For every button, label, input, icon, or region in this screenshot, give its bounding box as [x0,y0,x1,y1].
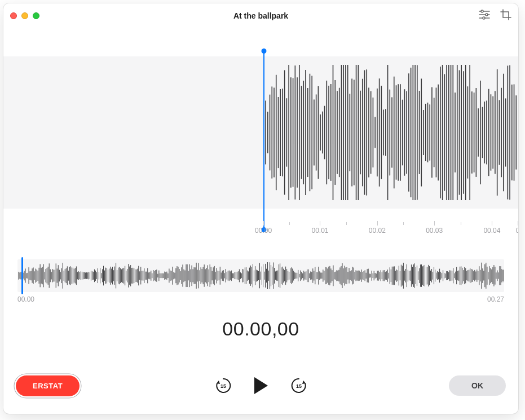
overview-waveform[interactable] [17,259,504,292]
time-tick-label: 0 [516,227,518,235]
overview-playhead[interactable] [21,257,23,294]
window-maximize-button[interactable] [33,12,39,19]
time-tick-label: 00.00 [255,227,272,235]
overview-end-time: 00.27 [487,295,504,303]
skip-back-15-button[interactable]: 15 [214,377,232,395]
time-tick [518,221,518,226]
time-ruler: 00.0000.0100.0200.0300.040 [3,220,518,237]
main-waveform-area[interactable] [3,51,518,220]
time-tick [263,221,264,226]
time-tick-label: 00.03 [426,227,443,235]
time-tick-label: 00.01 [311,227,328,235]
time-tick [492,221,492,226]
time-tick [346,222,347,225]
current-time-display: 00.00,00 [3,318,518,340]
time-tick [320,221,320,226]
time-tick [434,221,435,226]
window-minimize-button[interactable] [21,12,28,19]
svg-point-5 [483,17,485,19]
time-tick-label: 00.02 [369,227,386,235]
done-ok-button[interactable]: OK [449,375,506,396]
play-icon [253,376,270,395]
window-traffic-lights [10,12,39,19]
time-tick [289,222,290,225]
svg-point-3 [481,10,483,12]
play-button[interactable] [253,376,270,395]
svg-point-4 [486,14,488,16]
time-tick-label: 00.04 [483,227,500,235]
trim-crop-icon[interactable] [500,9,511,23]
window-titlebar: At the ballpark [3,3,518,28]
record-replace-button[interactable]: ERSTAT [16,375,80,396]
skip-fwd-seconds-label: 15 [295,383,301,389]
skip-forward-15-button[interactable]: 15 [290,377,308,395]
window-title: At the ballpark [3,11,518,20]
main-waveform[interactable] [3,56,518,209]
time-tick [377,221,378,226]
main-playhead[interactable] [263,51,264,230]
overview-start-time: 00.00 [17,295,34,303]
voice-memo-editor-window: At the ballpark [3,3,518,414]
time-tick [461,222,461,225]
playback-controls: ERSTAT 15 [3,370,518,401]
time-tick [403,222,404,225]
settings-sliders-icon[interactable] [479,10,490,22]
window-close-button[interactable] [10,12,17,19]
skip-back-seconds-label: 15 [220,383,226,389]
overview-time-labels: 00.00 00.27 [17,295,504,304]
